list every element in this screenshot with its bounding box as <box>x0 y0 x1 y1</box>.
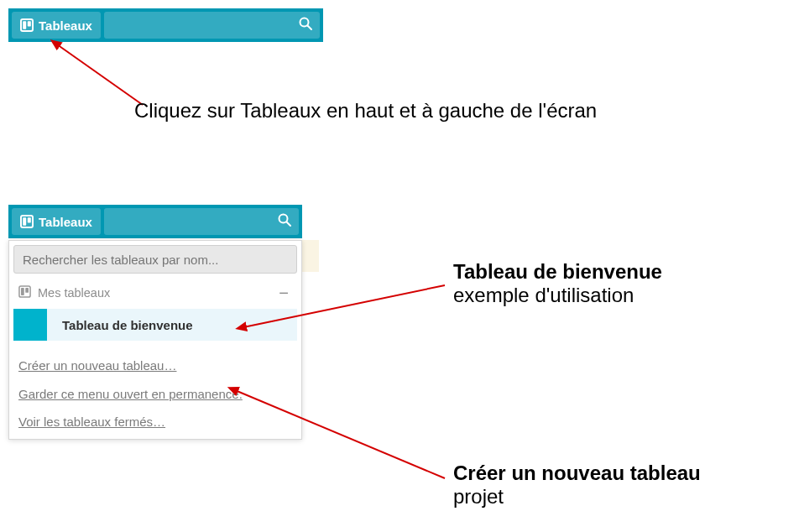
board-item-title: Tableau de bienvenue <box>47 318 193 332</box>
annotation-create-title: Créer un nouveau tableau <box>453 462 701 485</box>
boards-button[interactable]: Tableaux <box>12 12 101 39</box>
search-icon <box>277 212 292 231</box>
board-item-welcome[interactable]: Tableau de bienvenue <box>13 309 297 341</box>
svg-rect-1 <box>23 21 26 29</box>
link-closed-boards[interactable]: Voir les tableaux fermés… <box>18 414 165 430</box>
svg-rect-12 <box>21 288 24 295</box>
section-my-boards[interactable]: Mes tableaux − <box>13 274 297 305</box>
boards-icon <box>20 215 34 228</box>
svg-rect-6 <box>21 216 33 227</box>
board-color-swatch <box>13 309 47 341</box>
svg-rect-7 <box>23 217 26 226</box>
search-icon <box>298 16 313 34</box>
svg-rect-13 <box>25 288 29 293</box>
app-header: Tableaux <box>8 8 323 42</box>
collapse-icon[interactable]: − <box>279 288 292 298</box>
boards-icon <box>20 18 34 32</box>
annotation-text-top: Cliquez sur Tableaux en haut et à gauche… <box>134 99 597 123</box>
boards-button-label: Tableaux <box>39 18 92 33</box>
annotation-welcome: Tableau de bienvenue exemple d'utilisati… <box>453 260 662 307</box>
svg-rect-8 <box>28 217 31 222</box>
boards-menu: Mes tableaux − Tableau de bienvenue Crée… <box>8 240 302 440</box>
svg-rect-11 <box>19 286 30 297</box>
annotation-create: Créer un nouveau tableau projet <box>453 462 701 509</box>
link-keep-open[interactable]: Garder ce menu ouvert en permanence. <box>18 386 243 403</box>
search-box[interactable] <box>104 12 320 39</box>
link-create-board[interactable]: Créer un nouveau tableau… <box>18 357 176 374</box>
search-box[interactable] <box>104 208 299 235</box>
svg-rect-2 <box>28 21 31 26</box>
annotation-welcome-sub: exemple d'utilisation <box>453 284 662 307</box>
boards-icon <box>18 285 31 300</box>
section-label: Mes tableaux <box>38 286 110 300</box>
svg-line-4 <box>308 26 312 30</box>
boards-button[interactable]: Tableaux <box>12 208 101 235</box>
board-search-input[interactable] <box>13 245 297 274</box>
boards-button-label: Tableaux <box>39 215 92 229</box>
annotation-create-sub: projet <box>453 485 701 509</box>
app-header: Tableaux <box>8 205 302 238</box>
svg-rect-0 <box>21 19 33 31</box>
svg-line-10 <box>287 222 291 227</box>
svg-line-5 <box>57 44 143 105</box>
annotation-welcome-title: Tableau de bienvenue <box>453 260 662 284</box>
